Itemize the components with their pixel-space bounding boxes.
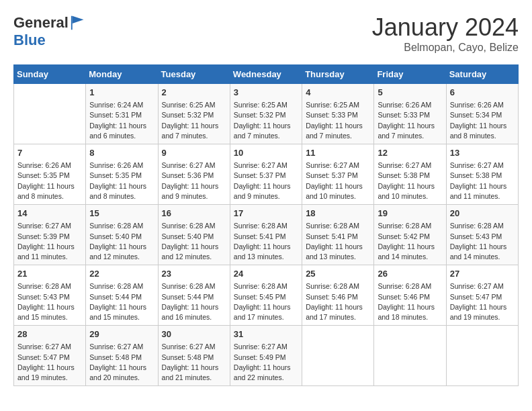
- calendar-cell: 22Sunrise: 6:28 AMSunset: 5:44 PMDayligh…: [86, 265, 158, 326]
- calendar-cell: 12Sunrise: 6:27 AMSunset: 5:38 PMDayligh…: [374, 144, 446, 205]
- day-number: 13: [450, 147, 515, 159]
- day-info: Sunrise: 6:27 AMSunset: 5:47 PMDaylight:…: [450, 281, 515, 322]
- header-saturday: Saturday: [446, 65, 518, 84]
- day-number: 24: [234, 268, 298, 280]
- logo-flag-icon: [70, 13, 89, 32]
- week-row-5: 28Sunrise: 6:27 AMSunset: 5:47 PMDayligh…: [14, 326, 519, 386]
- header-wednesday: Wednesday: [230, 65, 302, 84]
- calendar-cell: 21Sunrise: 6:28 AMSunset: 5:43 PMDayligh…: [14, 265, 86, 326]
- location-text: Belmopan, Cayo, Belize: [372, 42, 519, 54]
- day-info: Sunrise: 6:28 AMSunset: 5:41 PMDaylight:…: [306, 221, 370, 262]
- day-info: Sunrise: 6:28 AMSunset: 5:45 PMDaylight:…: [234, 281, 298, 322]
- day-info: Sunrise: 6:25 AMSunset: 5:32 PMDaylight:…: [234, 100, 298, 141]
- calendar-cell: 3Sunrise: 6:25 AMSunset: 5:32 PMDaylight…: [230, 84, 302, 144]
- day-number: 26: [378, 268, 442, 280]
- header-monday: Monday: [86, 65, 158, 84]
- calendar-cell: [374, 326, 446, 386]
- calendar-cell: 14Sunrise: 6:27 AMSunset: 5:39 PMDayligh…: [14, 205, 86, 265]
- header-thursday: Thursday: [302, 65, 374, 84]
- calendar-cell: 11Sunrise: 6:27 AMSunset: 5:37 PMDayligh…: [302, 144, 374, 205]
- calendar-cell: 27Sunrise: 6:27 AMSunset: 5:47 PMDayligh…: [446, 265, 518, 326]
- day-number: 7: [17, 147, 82, 159]
- calendar-cell: 9Sunrise: 6:27 AMSunset: 5:36 PMDaylight…: [158, 144, 230, 205]
- day-info: Sunrise: 6:27 AMSunset: 5:37 PMDaylight:…: [306, 161, 370, 201]
- day-number: 1: [89, 87, 154, 99]
- day-number: 2: [162, 87, 226, 99]
- day-number: 21: [17, 268, 82, 280]
- day-info: Sunrise: 6:26 AMSunset: 5:35 PMDaylight:…: [17, 161, 82, 201]
- day-number: 31: [234, 328, 298, 340]
- day-number: 4: [306, 87, 370, 99]
- calendar-cell: 4Sunrise: 6:25 AMSunset: 5:33 PMDaylight…: [302, 84, 374, 144]
- calendar-cell: 13Sunrise: 6:27 AMSunset: 5:38 PMDayligh…: [446, 144, 518, 205]
- month-title: January 2024: [372, 13, 519, 42]
- day-info: Sunrise: 6:27 AMSunset: 5:39 PMDaylight:…: [17, 221, 82, 262]
- day-info: Sunrise: 6:28 AMSunset: 5:41 PMDaylight:…: [234, 221, 298, 262]
- week-row-3: 14Sunrise: 6:27 AMSunset: 5:39 PMDayligh…: [14, 205, 519, 265]
- day-info: Sunrise: 6:27 AMSunset: 5:48 PMDaylight:…: [89, 342, 154, 383]
- day-info: Sunrise: 6:26 AMSunset: 5:33 PMDaylight:…: [378, 100, 442, 141]
- calendar-cell: 28Sunrise: 6:27 AMSunset: 5:47 PMDayligh…: [14, 326, 86, 386]
- day-info: Sunrise: 6:28 AMSunset: 5:43 PMDaylight:…: [17, 281, 82, 322]
- calendar-cell: 18Sunrise: 6:28 AMSunset: 5:41 PMDayligh…: [302, 205, 374, 265]
- calendar-cell: 2Sunrise: 6:25 AMSunset: 5:32 PMDaylight…: [158, 84, 230, 144]
- day-number: 28: [17, 328, 82, 340]
- calendar-header-row: SundayMondayTuesdayWednesdayThursdayFrid…: [14, 65, 519, 84]
- day-number: 19: [378, 208, 442, 220]
- day-number: 30: [162, 328, 226, 340]
- calendar-cell: 31Sunrise: 6:27 AMSunset: 5:49 PMDayligh…: [230, 326, 302, 386]
- day-number: 18: [306, 208, 370, 220]
- page-header: General Blue January 2024 Belmopan, Cayo…: [13, 13, 519, 54]
- calendar-body: 1Sunrise: 6:24 AMSunset: 5:31 PMDaylight…: [14, 84, 519, 386]
- day-info: Sunrise: 6:27 AMSunset: 5:49 PMDaylight:…: [234, 342, 298, 383]
- day-number: 27: [450, 268, 515, 280]
- day-info: Sunrise: 6:25 AMSunset: 5:32 PMDaylight:…: [162, 100, 226, 141]
- day-number: 9: [162, 147, 226, 159]
- calendar-table: SundayMondayTuesdayWednesdayThursdayFrid…: [13, 64, 519, 386]
- header-tuesday: Tuesday: [158, 65, 230, 84]
- week-row-4: 21Sunrise: 6:28 AMSunset: 5:43 PMDayligh…: [14, 265, 519, 326]
- day-info: Sunrise: 6:27 AMSunset: 5:37 PMDaylight:…: [234, 161, 298, 201]
- day-info: Sunrise: 6:27 AMSunset: 5:48 PMDaylight:…: [162, 342, 226, 383]
- day-number: 20: [450, 208, 515, 220]
- day-number: 23: [162, 268, 226, 280]
- day-info: Sunrise: 6:28 AMSunset: 5:44 PMDaylight:…: [89, 281, 154, 322]
- day-number: 5: [378, 87, 442, 99]
- calendar-cell: 23Sunrise: 6:28 AMSunset: 5:44 PMDayligh…: [158, 265, 230, 326]
- day-number: 11: [306, 147, 370, 159]
- day-number: 22: [89, 268, 154, 280]
- calendar-cell: 8Sunrise: 6:26 AMSunset: 5:35 PMDaylight…: [86, 144, 158, 205]
- calendar-cell: [14, 84, 86, 144]
- day-info: Sunrise: 6:25 AMSunset: 5:33 PMDaylight:…: [306, 100, 370, 141]
- calendar-cell: 30Sunrise: 6:27 AMSunset: 5:48 PMDayligh…: [158, 326, 230, 386]
- week-row-1: 1Sunrise: 6:24 AMSunset: 5:31 PMDaylight…: [14, 84, 519, 144]
- day-info: Sunrise: 6:28 AMSunset: 5:46 PMDaylight:…: [306, 281, 370, 322]
- day-info: Sunrise: 6:27 AMSunset: 5:38 PMDaylight:…: [450, 161, 515, 201]
- calendar-cell: 19Sunrise: 6:28 AMSunset: 5:42 PMDayligh…: [374, 205, 446, 265]
- day-info: Sunrise: 6:28 AMSunset: 5:42 PMDaylight:…: [378, 221, 442, 262]
- day-info: Sunrise: 6:27 AMSunset: 5:47 PMDaylight:…: [17, 342, 82, 383]
- header-friday: Friday: [374, 65, 446, 84]
- calendar-cell: 6Sunrise: 6:26 AMSunset: 5:34 PMDaylight…: [446, 84, 518, 144]
- calendar-cell: [446, 326, 518, 386]
- calendar-cell: 1Sunrise: 6:24 AMSunset: 5:31 PMDaylight…: [86, 84, 158, 144]
- day-number: 17: [234, 208, 298, 220]
- day-number: 16: [162, 208, 226, 220]
- day-info: Sunrise: 6:27 AMSunset: 5:38 PMDaylight:…: [378, 161, 442, 201]
- day-info: Sunrise: 6:28 AMSunset: 5:40 PMDaylight:…: [89, 221, 154, 262]
- day-number: 10: [234, 147, 298, 159]
- calendar-cell: 24Sunrise: 6:28 AMSunset: 5:45 PMDayligh…: [230, 265, 302, 326]
- calendar-cell: 7Sunrise: 6:26 AMSunset: 5:35 PMDaylight…: [14, 144, 86, 205]
- day-info: Sunrise: 6:26 AMSunset: 5:35 PMDaylight:…: [89, 161, 154, 201]
- day-info: Sunrise: 6:28 AMSunset: 5:40 PMDaylight:…: [162, 221, 226, 262]
- calendar-cell: 20Sunrise: 6:28 AMSunset: 5:43 PMDayligh…: [446, 205, 518, 265]
- day-info: Sunrise: 6:26 AMSunset: 5:34 PMDaylight:…: [450, 100, 515, 141]
- day-info: Sunrise: 6:27 AMSunset: 5:36 PMDaylight:…: [162, 161, 226, 201]
- calendar-cell: 26Sunrise: 6:28 AMSunset: 5:46 PMDayligh…: [374, 265, 446, 326]
- calendar-cell: 5Sunrise: 6:26 AMSunset: 5:33 PMDaylight…: [374, 84, 446, 144]
- day-info: Sunrise: 6:24 AMSunset: 5:31 PMDaylight:…: [89, 100, 154, 141]
- calendar-cell: 17Sunrise: 6:28 AMSunset: 5:41 PMDayligh…: [230, 205, 302, 265]
- svg-marker-1: [73, 16, 84, 24]
- calendar-cell: 29Sunrise: 6:27 AMSunset: 5:48 PMDayligh…: [86, 326, 158, 386]
- day-number: 12: [378, 147, 442, 159]
